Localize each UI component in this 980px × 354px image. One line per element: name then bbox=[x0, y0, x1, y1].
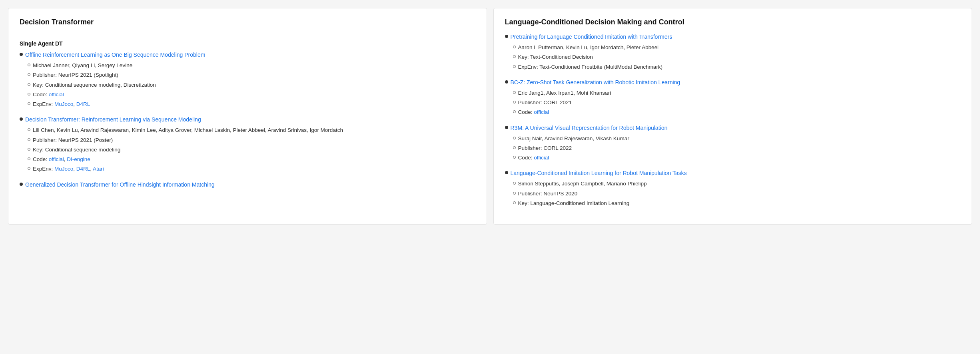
paper-title-link[interactable]: Generalized Decision Transformer for Off… bbox=[25, 181, 215, 189]
paper-detail-item: Simon Stepputtis, Joseph Campbell, Maria… bbox=[513, 180, 961, 188]
paper-detail-item: Publisher: NeurIPS 2020 bbox=[513, 190, 961, 198]
paper-details-list: Eric Jang1, Alex Irpan1, Mohi KhansariPu… bbox=[505, 89, 961, 117]
left-section-title: Single Agent DT bbox=[20, 40, 475, 47]
detail-text: Key: Language-Conditioned Imitation Lear… bbox=[518, 199, 629, 207]
bullet-dot-icon bbox=[505, 171, 508, 174]
paper-title-link[interactable]: Offline Reinforcement Learning as One Bi… bbox=[25, 51, 205, 59]
paper-detail-item: Michael Janner, Qiyang Li, Sergey Levine bbox=[28, 62, 475, 70]
paper-detail-item: Publisher: NeurIPS 2021 (Spotlight) bbox=[28, 71, 475, 79]
paper-details-list: Michael Janner, Qiyang Li, Sergey Levine… bbox=[20, 62, 475, 108]
paper-detail-item: Code: official, DI-engine bbox=[28, 155, 475, 163]
detail-link[interactable]: Atari bbox=[93, 166, 104, 172]
detail-text: Publisher: NeurIPS 2021 (Poster) bbox=[33, 136, 113, 144]
detail-text: Publisher: NeurIPS 2020 bbox=[518, 190, 578, 198]
paper-detail-item: Publisher: CORL 2021 bbox=[513, 99, 961, 107]
detail-mixed: Code: official, DI-engine bbox=[33, 155, 90, 163]
detail-mixed: Code: official bbox=[518, 108, 549, 116]
circle-bullet-icon bbox=[28, 148, 30, 151]
detail-link[interactable]: official bbox=[534, 109, 549, 115]
circle-bullet-icon bbox=[513, 101, 516, 103]
paper-title-link[interactable]: Pretraining for Language Conditioned Imi… bbox=[511, 33, 673, 41]
detail-link[interactable]: MuJoco bbox=[54, 101, 73, 107]
detail-text: Publisher: CORL 2022 bbox=[518, 144, 572, 152]
circle-bullet-icon bbox=[28, 157, 30, 160]
paper-detail-item: ExpEnv: MuJoco, D4RL bbox=[28, 100, 475, 108]
paper-bullet-row: BC-Z: Zero-Shot Task Generalization with… bbox=[505, 78, 961, 87]
circle-bullet-icon bbox=[28, 138, 30, 141]
paper-bullet-row: Pretraining for Language Conditioned Imi… bbox=[505, 33, 961, 41]
detail-text: Simon Stepputtis, Joseph Campbell, Maria… bbox=[518, 180, 647, 188]
paper-bullet-row: Offline Reinforcement Learning as One Bi… bbox=[20, 51, 475, 59]
detail-text: Eric Jang1, Alex Irpan1, Mohi Khansari bbox=[518, 89, 611, 97]
paper-title-link[interactable]: Language-Conditioned Imitation Learning … bbox=[511, 169, 687, 177]
paper-detail-item: Aaron L Putterman, Kevin Lu, Igor Mordat… bbox=[513, 44, 961, 52]
list-item: R3M: A Universal Visual Representation f… bbox=[505, 124, 961, 162]
detail-link[interactable]: D4RL bbox=[76, 101, 90, 107]
paper-detail-item: Key: Conditional sequence modeling, Disc… bbox=[28, 81, 475, 89]
paper-bullet-row: Decision Transformer: Reinforcement Lear… bbox=[20, 115, 475, 124]
circle-bullet-icon bbox=[28, 93, 30, 95]
paper-detail-item: Code: official bbox=[513, 154, 961, 162]
detail-link[interactable]: D4RL bbox=[76, 166, 90, 172]
detail-text: Suraj Nair, Aravind Rajeswaran, Vikash K… bbox=[518, 135, 629, 143]
circle-bullet-icon bbox=[513, 137, 516, 139]
detail-text: Publisher: CORL 2021 bbox=[518, 99, 572, 107]
list-item: Pretraining for Language Conditioned Imi… bbox=[505, 33, 961, 71]
paper-detail-item: ExpEnv: Text-Conditioned Frostbite (Mult… bbox=[513, 63, 961, 71]
left-card: Decision Transformer Single Agent DT Off… bbox=[8, 8, 487, 225]
paper-detail-item: Publisher: NeurIPS 2021 (Poster) bbox=[28, 136, 475, 144]
left-card-divider bbox=[20, 33, 475, 33]
circle-bullet-icon bbox=[28, 128, 30, 131]
circle-bullet-icon bbox=[28, 64, 30, 66]
detail-text: Key: Conditional sequence modeling, Disc… bbox=[33, 81, 156, 89]
list-item: Generalized Decision Transformer for Off… bbox=[20, 181, 475, 189]
paper-detail-item: Code: official bbox=[28, 91, 475, 99]
paper-detail-item: Eric Jang1, Alex Irpan1, Mohi Khansari bbox=[513, 89, 961, 97]
paper-title-link[interactable]: BC-Z: Zero-Shot Task Generalization with… bbox=[511, 78, 681, 87]
paper-details-list: Suraj Nair, Aravind Rajeswaran, Vikash K… bbox=[505, 135, 961, 162]
right-paper-list: Pretraining for Language Conditioned Imi… bbox=[505, 33, 961, 207]
left-card-title: Decision Transformer bbox=[20, 18, 475, 26]
paper-detail-item: Code: official bbox=[513, 108, 961, 116]
circle-bullet-icon bbox=[513, 55, 516, 58]
paper-detail-item: Key: Conditional sequence modeling bbox=[28, 146, 475, 154]
detail-link[interactable]: official bbox=[49, 91, 64, 97]
circle-bullet-icon bbox=[28, 102, 30, 105]
detail-text: Lili Chen, Kevin Lu, Aravind Rajeswaran,… bbox=[33, 126, 343, 134]
detail-mixed: ExpEnv: MuJoco, D4RL, Atari bbox=[33, 165, 104, 173]
list-item: BC-Z: Zero-Shot Task Generalization with… bbox=[505, 78, 961, 117]
paper-detail-item: Lili Chen, Kevin Lu, Aravind Rajeswaran,… bbox=[28, 126, 475, 134]
paper-details-list: Simon Stepputtis, Joseph Campbell, Maria… bbox=[505, 180, 961, 207]
list-item: Language-Conditioned Imitation Learning … bbox=[505, 169, 961, 207]
detail-mixed: ExpEnv: MuJoco, D4RL bbox=[33, 100, 90, 108]
detail-link[interactable]: official bbox=[534, 155, 549, 161]
detail-text: Key: Text-Conditioned Decision bbox=[518, 53, 593, 61]
paper-details-list: Aaron L Putterman, Kevin Lu, Igor Mordat… bbox=[505, 44, 961, 71]
circle-bullet-icon bbox=[513, 146, 516, 149]
circle-bullet-icon bbox=[513, 201, 516, 204]
paper-title-link[interactable]: Decision Transformer: Reinforcement Lear… bbox=[25, 115, 201, 124]
circle-bullet-icon bbox=[513, 182, 516, 185]
detail-link[interactable]: official bbox=[49, 156, 64, 162]
paper-bullet-row: R3M: A Universal Visual Representation f… bbox=[505, 124, 961, 132]
bullet-dot-icon bbox=[20, 117, 23, 121]
detail-mixed: Code: official bbox=[518, 154, 549, 162]
paper-title-link[interactable]: R3M: A Universal Visual Representation f… bbox=[511, 124, 668, 132]
circle-bullet-icon bbox=[513, 192, 516, 195]
detail-link[interactable]: DI-engine bbox=[67, 156, 90, 162]
circle-bullet-icon bbox=[28, 167, 30, 170]
bullet-dot-icon bbox=[20, 53, 23, 56]
list-item: Decision Transformer: Reinforcement Lear… bbox=[20, 115, 475, 173]
paper-bullet-row: Generalized Decision Transformer for Off… bbox=[20, 181, 475, 189]
detail-link[interactable]: MuJoco bbox=[54, 166, 73, 172]
detail-text: Key: Conditional sequence modeling bbox=[33, 146, 120, 154]
paper-detail-item: ExpEnv: MuJoco, D4RL, Atari bbox=[28, 165, 475, 173]
detail-mixed: Code: official bbox=[33, 91, 64, 99]
paper-detail-item: Key: Language-Conditioned Imitation Lear… bbox=[513, 199, 961, 207]
bullet-dot-icon bbox=[20, 183, 23, 186]
detail-text: Publisher: NeurIPS 2021 (Spotlight) bbox=[33, 71, 118, 79]
right-card-title: Language-Conditioned Decision Making and… bbox=[505, 18, 961, 26]
bullet-dot-icon bbox=[505, 35, 508, 38]
circle-bullet-icon bbox=[28, 73, 30, 76]
bullet-dot-icon bbox=[505, 126, 508, 129]
